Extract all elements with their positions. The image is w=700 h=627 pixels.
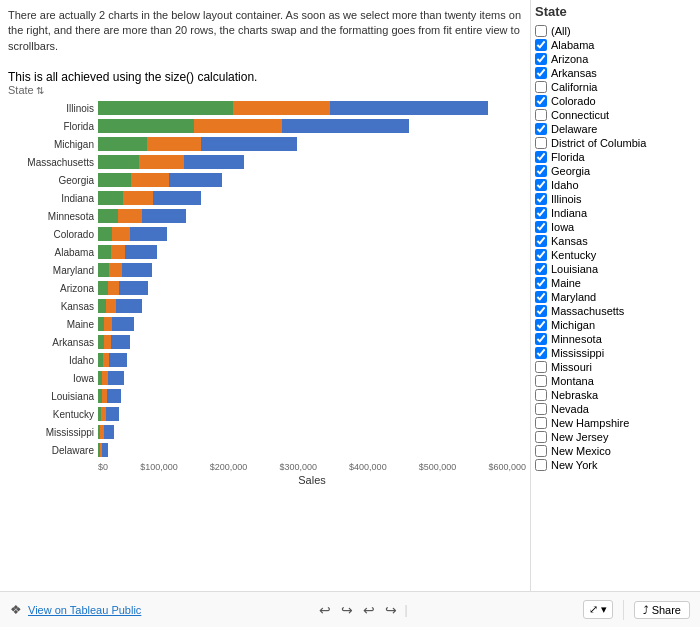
list-item: Missouri: [535, 361, 696, 373]
table-row: Iowa: [8, 370, 526, 386]
forward-button[interactable]: ↪: [382, 600, 400, 620]
state-checkbox[interactable]: [535, 445, 547, 457]
bar-segment-blue: [107, 389, 121, 403]
table-row: Louisiana: [8, 388, 526, 404]
bar-segment-orange: [139, 155, 184, 169]
state-checkbox[interactable]: [535, 151, 547, 163]
list-item: Indiana: [535, 207, 696, 219]
table-row: Kentucky: [8, 406, 526, 422]
list-item: (All): [535, 25, 696, 37]
bar-label: Kentucky: [8, 409, 98, 420]
state-checkbox[interactable]: [535, 53, 547, 65]
table-row: Idaho: [8, 352, 526, 368]
state-label: New Hampshire: [551, 417, 629, 429]
state-checkbox[interactable]: [535, 39, 547, 51]
expand-button[interactable]: ⤢ ▾: [583, 600, 613, 619]
bar-segment-blue: [119, 281, 148, 295]
bar-segment-orange: [233, 101, 330, 115]
state-checkbox[interactable]: [535, 207, 547, 219]
state-checkbox[interactable]: [535, 95, 547, 107]
bar-segment-blue: [330, 101, 488, 115]
state-checkbox[interactable]: [535, 193, 547, 205]
state-checkbox[interactable]: [535, 67, 547, 79]
back-button[interactable]: ↩: [360, 600, 378, 620]
description-text-2: This is all achieved using the size() ca…: [8, 70, 526, 84]
bar-group: [98, 245, 157, 259]
list-item: Nebraska: [535, 389, 696, 401]
state-label: (All): [551, 25, 571, 37]
bar-segment-green: [98, 155, 139, 169]
list-item: Alabama: [535, 39, 696, 51]
state-checkbox[interactable]: [535, 459, 547, 471]
table-row: Georgia: [8, 172, 526, 188]
state-checkbox[interactable]: [535, 263, 547, 275]
x-axis-tick-label: $600,000: [488, 462, 526, 472]
sidebar: State (All)AlabamaArizonaArkansasCalifor…: [530, 0, 700, 591]
bar-segment-blue: [116, 299, 142, 313]
state-checkbox[interactable]: [535, 305, 547, 317]
footer: ❖ View on Tableau Public ↩ ↪ ↩ ↪ | ⤢ ▾ ⤴…: [0, 591, 700, 627]
list-item: Illinois: [535, 193, 696, 205]
bar-group: [98, 371, 124, 385]
state-label: Kentucky: [551, 249, 596, 261]
state-checkbox[interactable]: [535, 333, 547, 345]
table-row: Florida: [8, 118, 526, 134]
state-checkbox[interactable]: [535, 165, 547, 177]
redo-button[interactable]: ↪: [338, 600, 356, 620]
bar-segment-orange: [104, 317, 112, 331]
state-checkbox[interactable]: [535, 375, 547, 387]
state-label: California: [551, 81, 597, 93]
state-checkbox[interactable]: [535, 123, 547, 135]
bar-segment-green: [98, 137, 147, 151]
state-checkbox[interactable]: [535, 109, 547, 121]
footer-nav: ↩ ↪ ↩ ↪ |: [316, 600, 407, 620]
list-item: Delaware: [535, 123, 696, 135]
table-row: Massachusetts: [8, 154, 526, 170]
table-row: Mississippi: [8, 424, 526, 440]
undo-button[interactable]: ↩: [316, 600, 334, 620]
bar-label: Arizona: [8, 283, 98, 294]
bar-segment-green: [98, 299, 106, 313]
bar-segment-green: [98, 209, 118, 223]
x-axis-tick-label: $500,000: [419, 462, 457, 472]
state-checkbox[interactable]: [535, 249, 547, 261]
table-row: Delaware: [8, 442, 526, 458]
state-checkbox[interactable]: [535, 403, 547, 415]
bar-segment-blue: [122, 263, 152, 277]
state-label: Maine: [551, 277, 581, 289]
bar-group: [98, 407, 119, 421]
state-checkbox[interactable]: [535, 235, 547, 247]
sort-icon[interactable]: ⇅: [36, 85, 44, 96]
share-button[interactable]: ⤴ Share: [634, 601, 690, 619]
state-checkbox[interactable]: [535, 389, 547, 401]
state-checkbox[interactable]: [535, 431, 547, 443]
bar-segment-blue: [102, 443, 108, 457]
table-row: Minnesota: [8, 208, 526, 224]
state-checkbox[interactable]: [535, 347, 547, 359]
x-axis-tick-label: $0: [98, 462, 108, 472]
bar-group: [98, 119, 409, 133]
bar-label: Delaware: [8, 445, 98, 456]
state-checkbox[interactable]: [535, 417, 547, 429]
state-checkbox[interactable]: [535, 319, 547, 331]
state-label: Minnesota: [551, 333, 602, 345]
state-checkbox[interactable]: [535, 81, 547, 93]
state-checkbox[interactable]: [535, 25, 547, 37]
x-axis-title: Sales: [8, 474, 526, 486]
state-checkbox[interactable]: [535, 221, 547, 233]
bar-group: [98, 137, 297, 151]
state-label: Idaho: [551, 179, 579, 191]
tableau-link[interactable]: View on Tableau Public: [28, 604, 141, 616]
list-item: Massachusetts: [535, 305, 696, 317]
state-checkbox[interactable]: [535, 291, 547, 303]
state-checkbox[interactable]: [535, 137, 547, 149]
state-checkbox[interactable]: [535, 277, 547, 289]
bar-segment-green: [98, 227, 112, 241]
state-checkbox[interactable]: [535, 179, 547, 191]
nav-separator: |: [404, 603, 407, 617]
state-label: Alabama: [551, 39, 594, 51]
list-item: Colorado: [535, 95, 696, 107]
state-label: Connecticut: [551, 109, 609, 121]
state-checkbox[interactable]: [535, 361, 547, 373]
bar-group: [98, 317, 134, 331]
